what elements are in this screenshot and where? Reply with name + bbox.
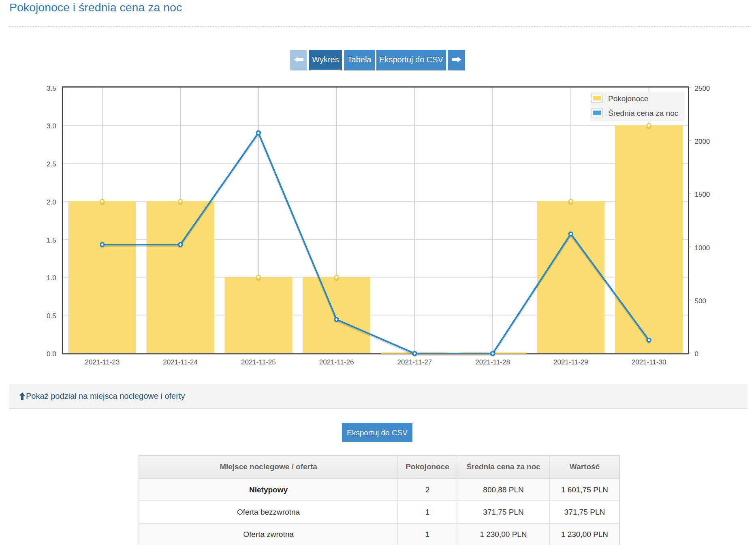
svg-text:Pokojonoce: Pokojonoce xyxy=(608,94,648,103)
svg-text:2021-11-30: 2021-11-30 xyxy=(632,358,666,366)
svg-text:2021-11-29: 2021-11-29 xyxy=(553,358,588,366)
svg-text:1.5: 1.5 xyxy=(47,236,56,244)
svg-text:2000: 2000 xyxy=(695,138,710,145)
svg-text:2021-11-26: 2021-11-26 xyxy=(319,358,354,366)
svg-text:1500: 1500 xyxy=(695,191,710,198)
svg-text:2500: 2500 xyxy=(695,85,710,92)
svg-text:1000: 1000 xyxy=(695,244,710,252)
svg-text:2021-11-23: 2021-11-23 xyxy=(85,358,120,366)
svg-text:2.5: 2.5 xyxy=(47,160,56,168)
svg-text:2021-11-24: 2021-11-24 xyxy=(163,358,198,366)
svg-text:3.5: 3.5 xyxy=(47,85,56,92)
svg-text:Średnia cena za noc: Średnia cena za noc xyxy=(608,109,678,117)
svg-text:3.0: 3.0 xyxy=(47,122,56,130)
svg-text:0.0: 0.0 xyxy=(47,350,56,358)
svg-text:2.0: 2.0 xyxy=(47,198,56,206)
svg-text:2021-11-27: 2021-11-27 xyxy=(397,358,432,366)
svg-text:0: 0 xyxy=(695,350,698,358)
svg-text:2021-11-25: 2021-11-25 xyxy=(241,358,276,366)
svg-text:1.0: 1.0 xyxy=(47,274,56,282)
svg-text:0.5: 0.5 xyxy=(47,312,56,320)
svg-text:500: 500 xyxy=(695,297,706,305)
svg-text:2021-11-28: 2021-11-28 xyxy=(475,358,510,366)
